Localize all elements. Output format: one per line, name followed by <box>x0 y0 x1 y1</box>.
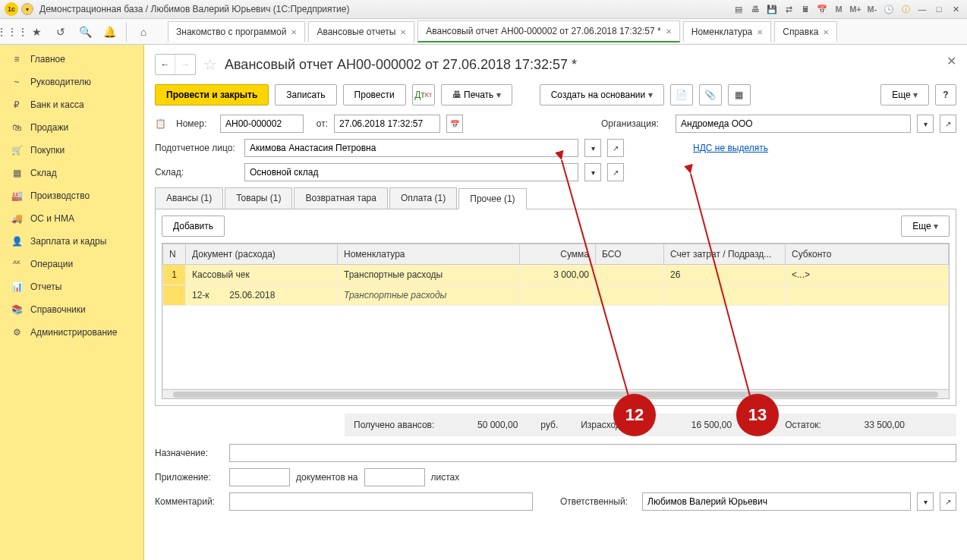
minimize-icon[interactable]: — <box>915 2 929 16</box>
main-toolbar: ⋮⋮⋮ ★ ↺ 🔍 🔔 ⌂ Знакомство с программой✕ А… <box>0 19 967 45</box>
tab-nomenclature[interactable]: Номенклатура✕ <box>683 21 772 42</box>
scrollbar[interactable] <box>162 389 949 398</box>
sidebar-item-operations[interactable]: ᴬᴷОперации <box>0 253 143 275</box>
print-button[interactable]: 🖶 Печать <box>441 84 512 105</box>
col-acct[interactable]: Счет затрат / Подразд... <box>664 244 786 265</box>
favorite-icon[interactable]: ★ <box>29 24 44 39</box>
close-icon[interactable]: ✕ <box>947 54 956 68</box>
app-dropdown-icon[interactable]: ▾ <box>21 3 33 15</box>
comment-input[interactable] <box>229 492 533 511</box>
star-icon[interactable]: ☆ <box>203 55 217 74</box>
grid-more-button[interactable]: Еще <box>901 216 950 237</box>
maximize-icon[interactable]: □ <box>932 2 946 16</box>
warehouse-input[interactable] <box>244 163 578 181</box>
bell-icon[interactable]: 🔔 <box>102 24 117 39</box>
tab-goods[interactable]: Товары (1) <box>225 187 292 209</box>
sidebar-item-payroll[interactable]: 👤Зарплата и кадры <box>0 230 143 253</box>
help-button[interactable]: ? <box>935 84 956 105</box>
dropdown-icon[interactable]: ▾ <box>584 163 601 181</box>
tab-advance-reports[interactable]: Авансовые отчеты✕ <box>308 21 414 42</box>
save-icon[interactable]: 💾 <box>765 2 779 16</box>
sidebar-item-catalogs[interactable]: 📚Справочники <box>0 298 143 321</box>
close-icon[interactable]: ✕ <box>757 28 763 36</box>
dropdown-icon[interactable]: ▾ <box>917 492 934 511</box>
date-input[interactable] <box>334 115 440 133</box>
sidebar-item-assets[interactable]: 🚚ОС и НМА <box>0 207 143 230</box>
m-plus-icon[interactable]: M+ <box>849 2 862 16</box>
sidebar-item-manager[interactable]: ~Руководителю <box>0 71 143 93</box>
dropdown-icon[interactable]: ▾ <box>917 115 934 133</box>
table-row[interactable]: 1 Кассовый чек Транспортные расходы 3 00… <box>163 265 949 285</box>
close-icon[interactable]: ✕ <box>291 28 297 36</box>
org-input[interactable] <box>676 115 911 133</box>
sheets-input[interactable] <box>364 468 425 486</box>
sidebar-item-bank[interactable]: ₽Банк и касса <box>0 93 143 116</box>
sidebar-item-warehouse[interactable]: ▦Склад <box>0 162 143 184</box>
col-n[interactable]: N <box>163 244 186 265</box>
number-input[interactable] <box>220 115 304 133</box>
calc-icon[interactable]: 🖩 <box>798 2 812 16</box>
open-icon[interactable]: ↗ <box>607 139 624 157</box>
report-icon[interactable]: 📄 <box>670 84 693 105</box>
purpose-input[interactable] <box>229 444 956 462</box>
tab-other[interactable]: Прочее (1) <box>458 188 526 209</box>
attach-icon[interactable]: 📎 <box>699 84 722 105</box>
docs-count-input[interactable] <box>229 468 290 486</box>
ruble-icon: ₽ <box>11 99 23 110</box>
close-icon[interactable]: ✕ <box>666 27 672 36</box>
vat-link[interactable]: НДС не выделять <box>693 143 768 153</box>
open-icon[interactable]: ↗ <box>940 115 956 133</box>
toolbar-icon[interactable]: ▤ <box>732 2 745 16</box>
col-doc[interactable]: Документ (расхода) <box>186 244 338 265</box>
open-icon[interactable]: ↗ <box>607 163 624 181</box>
tab-current-doc[interactable]: Авансовый отчет АН00-000002 от 27.06.201… <box>417 20 679 42</box>
post-close-button[interactable]: Провести и закрыть <box>155 84 269 105</box>
save-button[interactable]: Записать <box>275 84 336 105</box>
info-icon[interactable]: ⓘ <box>899 2 912 16</box>
add-button[interactable]: Добавить <box>162 216 225 237</box>
m-minus-icon[interactable]: M- <box>865 2 879 16</box>
post-button[interactable]: Провести <box>343 84 406 105</box>
home-icon[interactable]: ⌂ <box>136 24 151 39</box>
dt-kt-icon[interactable]: ДтКт <box>412 84 435 105</box>
sidebar-item-sales[interactable]: 🛍Продажи <box>0 116 143 139</box>
tab-returnable[interactable]: Возвратная тара <box>294 187 388 209</box>
tab-intro[interactable]: Знакомство с программой✕ <box>168 21 305 42</box>
tab-payment[interactable]: Оплата (1) <box>389 187 457 209</box>
calendar-icon[interactable]: 📅 <box>446 115 463 133</box>
app-icon: 1c <box>5 2 18 16</box>
forward-button[interactable]: → <box>175 55 195 74</box>
open-icon[interactable]: ↗ <box>940 492 956 511</box>
bag-icon: 🛍 <box>11 122 23 133</box>
dropdown-icon[interactable]: ▾ <box>584 139 601 157</box>
close-window-icon[interactable]: ✕ <box>949 2 962 16</box>
apps-icon[interactable]: ⋮⋮⋮ <box>5 24 20 39</box>
search-icon[interactable]: 🔍 <box>77 24 93 39</box>
tab-advances[interactable]: Авансы (1) <box>155 187 223 209</box>
close-icon[interactable]: ✕ <box>823 28 829 36</box>
print-icon[interactable]: 🖶 <box>748 2 762 16</box>
more-button[interactable]: Еще <box>880 84 929 105</box>
history-icon[interactable]: ↺ <box>53 24 68 39</box>
sidebar-item-reports[interactable]: 📊Отчеты <box>0 275 143 298</box>
close-icon[interactable]: ✕ <box>400 28 406 36</box>
compare-icon[interactable]: ⇄ <box>782 2 795 16</box>
sidebar-item-production[interactable]: 🏭Производство <box>0 184 143 207</box>
back-button[interactable]: ← <box>156 55 175 74</box>
col-sub[interactable]: Субконто <box>786 244 949 265</box>
sidebar-item-admin[interactable]: ⚙Администрирование <box>0 321 143 344</box>
resp-input[interactable] <box>642 492 911 511</box>
list-icon[interactable]: ▦ <box>728 84 751 105</box>
create-based-button[interactable]: Создать на основании <box>540 84 664 105</box>
sidebar-item-main[interactable]: ≡Главное <box>0 48 143 71</box>
col-nomen[interactable]: Номенклатура <box>338 244 520 265</box>
m-icon[interactable]: M <box>832 2 846 16</box>
table-row-sub[interactable]: 12-к 25.06.2018 Транспортные расходы <box>163 285 949 306</box>
col-bso[interactable]: БСО <box>596 244 664 265</box>
tab-help[interactable]: Справка✕ <box>774 21 837 42</box>
calendar-icon[interactable]: 📅 <box>815 2 829 16</box>
person-input[interactable] <box>244 139 578 157</box>
sidebar-item-purchases[interactable]: 🛒Покупки <box>0 139 143 162</box>
clock-icon[interactable]: 🕓 <box>882 2 896 16</box>
col-sum[interactable]: Сумма <box>520 244 596 265</box>
